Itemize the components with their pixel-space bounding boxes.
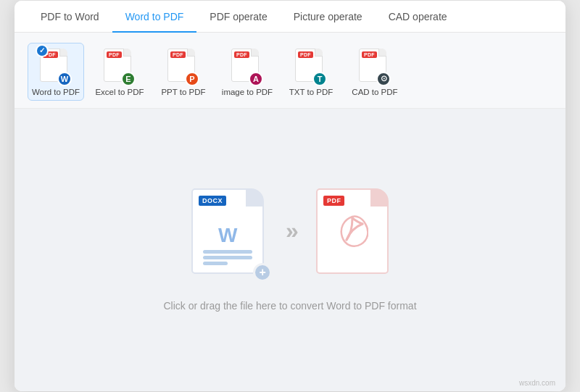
- pdf-label: PDF: [362, 51, 377, 58]
- tool-label: PPT to PDF: [161, 88, 205, 96]
- tool-label: Word to PDF: [32, 88, 80, 96]
- tool-label: TXT to PDF: [289, 88, 334, 96]
- doc-line: [203, 256, 252, 259]
- sub-toolbar: PDF W Word to PDF PDF E Excel to PDF PDF…: [14, 33, 566, 109]
- cad-badge: ⊙: [376, 72, 391, 86]
- tool-excel-to-pdf[interactable]: PDF E Excel to PDF: [91, 43, 148, 101]
- drop-area[interactable]: DOCX W + » PDF: [14, 109, 566, 391]
- excel-badge: E: [121, 72, 136, 86]
- tool-label: CAD to PDF: [352, 88, 397, 96]
- excel-file-icon: PDF E: [104, 49, 131, 82]
- watermark: wsxdn.com: [519, 379, 555, 387]
- tool-ppt-to-pdf[interactable]: PDF P PPT to PDF: [155, 43, 212, 101]
- txt-badge: T: [312, 72, 327, 86]
- ppt-badge: P: [185, 72, 199, 86]
- tool-word-to-pdf[interactable]: PDF W Word to PDF: [28, 43, 84, 101]
- tool-txt-to-pdf[interactable]: PDF T TXT to PDF: [283, 43, 339, 101]
- selected-check: [36, 44, 49, 57]
- cad-file-icon: PDF ⊙: [359, 49, 386, 82]
- illustration: DOCX W + » PDF: [191, 188, 389, 274]
- pdf-label: PDF: [234, 51, 249, 58]
- tool-image-to-pdf[interactable]: PDF A image to PDF: [219, 43, 276, 101]
- tab-bar: PDF to Word Word to PDF PDF operate Pict…: [14, 1, 566, 33]
- doc-line-short: [203, 262, 228, 265]
- image-badge: A: [249, 72, 263, 86]
- word-letter: W: [218, 224, 237, 247]
- docx-badge-label: DOCX: [199, 196, 226, 206]
- word-to-pdf-icon-wrap: PDF W: [40, 49, 72, 85]
- ppt-file-icon: PDF P: [167, 49, 195, 82]
- excel-to-pdf-icon-wrap: PDF E: [104, 49, 136, 85]
- txt-file-icon: PDF T: [295, 49, 323, 82]
- tool-label: image to PDF: [222, 88, 273, 96]
- drop-hint-text: Click or drag the file here to convert W…: [163, 300, 416, 312]
- tab-picture-operate[interactable]: Picture operate: [281, 1, 376, 33]
- big-docx-icon: DOCX W +: [191, 188, 264, 274]
- arrow-icon: »: [286, 217, 294, 244]
- tab-pdf-to-word[interactable]: PDF to Word: [28, 1, 112, 33]
- ppt-to-pdf-icon-wrap: PDF P: [167, 49, 199, 85]
- pdf-label: PDF: [170, 51, 186, 58]
- txt-to-pdf-icon-wrap: PDF T: [295, 49, 327, 85]
- tool-cad-to-pdf[interactable]: PDF ⊙ CAD to PDF: [347, 43, 403, 101]
- cad-to-pdf-icon-wrap: PDF ⊙: [359, 49, 391, 85]
- tab-pdf-operate[interactable]: PDF operate: [196, 1, 280, 33]
- acrobat-icon: [335, 211, 370, 251]
- image-file-icon: PDF A: [231, 49, 259, 82]
- image-to-pdf-icon-wrap: PDF A: [231, 49, 263, 85]
- tool-label: Excel to PDF: [95, 88, 144, 96]
- word-badge: W: [57, 72, 72, 86]
- add-circle-icon: +: [253, 263, 272, 282]
- tab-cad-operate[interactable]: CAD operate: [376, 1, 460, 33]
- doc-line: [203, 250, 252, 254]
- pdf-label: PDF: [107, 51, 122, 58]
- app-window: PDF to Word Word to PDF PDF operate Pict…: [14, 1, 566, 391]
- tab-word-to-pdf[interactable]: Word to PDF: [112, 1, 197, 33]
- doc-lines: [203, 250, 252, 265]
- pdf-badge-label: PDF: [323, 196, 345, 206]
- big-pdf-icon: PDF: [316, 188, 389, 274]
- pdf-label: PDF: [298, 51, 313, 58]
